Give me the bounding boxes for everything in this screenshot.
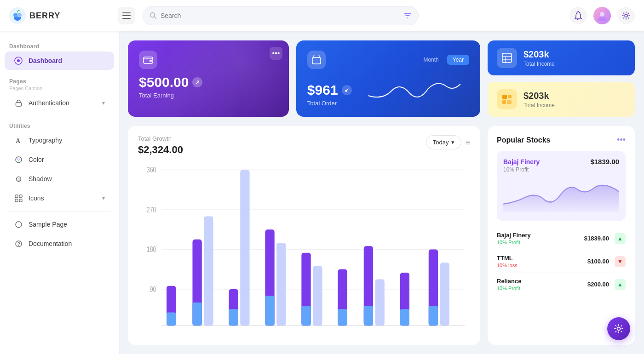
shadow-icon: [14, 174, 23, 183]
svg-rect-68: [400, 309, 409, 325]
stock-sub-3: 10% Profit: [497, 285, 521, 291]
svg-rect-49: [167, 313, 176, 326]
sidebar-item-dashboard[interactable]: Dashboard: [5, 51, 114, 70]
svg-rect-55: [240, 170, 249, 325]
settings-button[interactable]: [617, 7, 635, 24]
sidebar-item-typography[interactable]: A Typography: [5, 131, 114, 149]
stocks-more-button[interactable]: •••: [617, 135, 626, 145]
sidebar-section-utilities: Utilities: [0, 120, 119, 130]
circle-icon: [14, 220, 23, 229]
chart-controls: Today ▾ ≡: [426, 135, 470, 149]
hamburger-button[interactable]: [118, 7, 135, 24]
stock-list-item-2: TTML 10% loss $100.00 ▼: [497, 250, 626, 273]
income-blue-amount: $203k: [523, 49, 555, 60]
earning-card-menu-button[interactable]: •••: [270, 47, 282, 60]
sidebar-item-icons[interactable]: Icons ▾: [5, 189, 114, 207]
svg-rect-31: [502, 53, 512, 63]
svg-text:270: 270: [147, 206, 156, 214]
sidebar-item-color-label: Color: [29, 156, 44, 163]
income-yellow-card: $203k Total Income: [488, 82, 635, 117]
user-avatar[interactable]: [593, 7, 611, 24]
order-card-header: Month Year: [307, 51, 469, 69]
svg-rect-65: [364, 306, 373, 325]
sidebar-item-color[interactable]: Color: [5, 150, 114, 169]
stock-name-2: TTML: [497, 255, 518, 262]
svg-point-20: [17, 178, 21, 182]
search-input[interactable]: [161, 12, 400, 19]
stocks-header: Popular Stocks •••: [497, 135, 626, 145]
order-tabs: Month Year: [418, 55, 469, 65]
featured-stock-name: Bajaj Finery: [503, 158, 540, 166]
svg-rect-5: [122, 15, 131, 16]
svg-rect-63: [338, 309, 347, 325]
chart-menu-button[interactable]: ≡: [465, 138, 470, 148]
svg-rect-36: [508, 95, 512, 98]
stock-info-2: TTML 10% loss: [497, 255, 518, 268]
featured-stock-card: Bajaj Finery $1839.00 10% Profit: [497, 151, 626, 221]
right-cards: $203k Total Income $203k: [488, 40, 635, 117]
sidebar-item-documentation[interactable]: ? Documentation: [5, 234, 114, 253]
fab-settings-button[interactable]: [607, 317, 630, 340]
svg-point-25: [16, 222, 22, 228]
table-icon: [502, 53, 512, 63]
stock-price-col-1: $1839.00 ▲: [584, 233, 626, 244]
income-blue-label: Total Income: [523, 61, 555, 67]
palette-icon: [14, 155, 23, 164]
app-header: BERRY: [0, 0, 644, 31]
search-icon: [150, 12, 157, 19]
svg-rect-66: [375, 279, 385, 325]
stock-price-col-3: $200.00 ▲: [587, 279, 626, 290]
income-yellow-icon-box: [497, 89, 517, 109]
income-blue-card: $203k Total Income: [488, 40, 635, 75]
lock-icon: [14, 98, 23, 108]
sidebar-item-authentication[interactable]: Authentication ▾: [5, 94, 114, 112]
chevron-filter-icon: ▾: [451, 139, 454, 146]
svg-point-9: [600, 12, 604, 17]
svg-text:360: 360: [147, 166, 156, 174]
bar-chart: 360 270 180 90: [138, 163, 470, 336]
svg-point-18: [18, 160, 19, 161]
stock-name-1: Bajaj Finery: [497, 232, 531, 239]
sidebar-section-pages: Pages: [0, 75, 119, 86]
text-icon: A: [14, 136, 23, 145]
tab-month[interactable]: Month: [418, 55, 444, 65]
sidebar-item-sample-page[interactable]: Sample Page: [5, 215, 114, 234]
stock-list-item: Bajaj Finery 10% Profit $1839.00 ▲: [497, 227, 626, 250]
svg-point-3: [17, 13, 22, 17]
svg-rect-23: [15, 199, 18, 202]
sidebar-item-documentation-label: Documentation: [29, 240, 72, 247]
sidebar-item-icons-label: Icons: [29, 194, 44, 202]
income-yellow-amount: $203k: [523, 91, 555, 101]
chart-filter-button[interactable]: Today ▾: [426, 135, 462, 149]
filter-icon[interactable]: [403, 11, 412, 20]
sidebar-item-shadow[interactable]: Shadow: [5, 170, 114, 188]
sidebar-item-shadow-label: Shadow: [29, 175, 52, 183]
stock-info: Bajaj Finery 10% Profit: [497, 232, 531, 245]
tag-icon: [502, 94, 512, 104]
stock-list: Bajaj Finery 10% Profit $1839.00 ▲ TTML …: [497, 227, 626, 296]
tab-year[interactable]: Year: [447, 55, 469, 65]
order-card-icon-box: [307, 51, 326, 69]
sidebar: Dashboard Dashboard Pages Pages Caption: [0, 31, 119, 354]
stock-badge-down-2: ▼: [615, 256, 626, 267]
chart-title: Total Growth: [138, 135, 183, 142]
stock-list-item-3: Reliance 10% Profit $200.00 ▲: [497, 273, 626, 296]
svg-point-16: [17, 158, 17, 159]
chevron-down-icon: ▾: [102, 100, 105, 106]
stocks-title: Popular Stocks: [497, 136, 550, 144]
svg-rect-38: [507, 100, 512, 104]
stock-name-3: Reliance: [497, 278, 521, 285]
svg-point-72: [617, 327, 621, 331]
order-down-arrow-icon: ↙: [342, 85, 352, 95]
app-body: Dashboard Dashboard Pages Pages Caption: [0, 31, 644, 354]
svg-text:?: ?: [17, 241, 20, 246]
svg-text:90: 90: [150, 285, 156, 293]
notification-button[interactable]: [569, 7, 587, 24]
dashboard-icon: [14, 56, 23, 65]
grid-icon: [14, 194, 23, 203]
order-card: Month Year $961 ↙ Total Order: [296, 40, 480, 117]
chart-header: Total Growth $2,324.00 Today ▾ ≡: [138, 135, 470, 156]
pages-caption: Pages Caption: [0, 86, 119, 93]
svg-rect-54: [229, 309, 238, 325]
svg-rect-52: [204, 216, 213, 325]
